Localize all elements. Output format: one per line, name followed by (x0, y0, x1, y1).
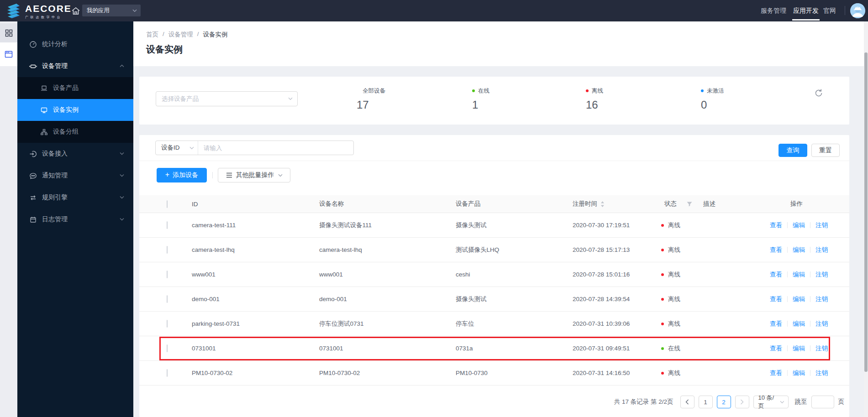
inactive-dot (701, 89, 704, 92)
action-link[interactable]: 注销 (815, 221, 828, 229)
add-device-button[interactable]: + 添加设备 (157, 168, 207, 182)
cell-register-time: 2020-07-28 14:39:54 (573, 296, 661, 302)
sort-icon[interactable] (600, 201, 605, 207)
menu-icon (226, 172, 232, 178)
aecore-logo[interactable]: AECORE 广联达数字中台 (5, 2, 72, 20)
rule-swap-icon (29, 194, 37, 202)
avatar[interactable] (850, 3, 865, 18)
action-divider (810, 247, 810, 253)
jump-to-label: 跳至 (795, 398, 807, 406)
action-link[interactable]: 注销 (815, 320, 828, 328)
page-size-select[interactable]: 10 条/页 (753, 396, 789, 408)
action-divider (787, 296, 788, 302)
app-rail (0, 21, 17, 417)
logo-text: AECORE (25, 3, 72, 14)
action-link[interactable]: 编辑 (793, 271, 805, 279)
chevron-left-icon (685, 399, 689, 405)
jump-page-input[interactable] (811, 396, 834, 408)
action-link[interactable]: 编辑 (793, 369, 805, 377)
action-link[interactable]: 注销 (815, 246, 828, 254)
refresh-icon[interactable] (814, 88, 824, 98)
page-2-button[interactable]: 2 (717, 396, 731, 408)
chevron-down-icon (780, 401, 784, 404)
search-input[interactable] (198, 141, 353, 155)
action-divider (787, 271, 788, 277)
device-table-card: 设备ID 查询 重置 + 添加设备 其他批量操作 (139, 135, 849, 417)
breadcrumb-device-management[interactable]: 设备管理 (168, 31, 193, 39)
search-field-select[interactable]: 设备ID (156, 141, 198, 155)
action-link[interactable]: 查看 (770, 344, 782, 353)
page-header: 首页 / 设备管理 / 设备实例 设备实例 (133, 21, 864, 66)
scrollbar-thumb[interactable] (864, 52, 868, 372)
login-icon (29, 150, 37, 158)
nav-service-management[interactable]: 服务管理 (761, 0, 786, 21)
cell-actions: 查看编辑注销 (770, 320, 849, 328)
row-checkbox[interactable] (167, 246, 168, 254)
breadcrumb-separator: / (197, 31, 199, 39)
sidebar-item-device-group[interactable]: 设备分组 (17, 121, 133, 143)
cell-register-time: 2020-07-31 09:49:51 (573, 345, 661, 352)
logo-icon (5, 2, 22, 19)
action-link[interactable]: 注销 (815, 369, 828, 377)
action-link[interactable]: 编辑 (793, 221, 805, 229)
status-text: 离线 (668, 369, 680, 377)
action-link[interactable]: 查看 (770, 271, 782, 279)
action-link[interactable]: 查看 (770, 221, 782, 229)
table-body: camera-test-111摄像头测试设备111摄像头测试2020-07-30… (139, 213, 849, 386)
row-checkbox[interactable] (167, 344, 168, 352)
sidebar-item-device-product[interactable]: 设备产品 (17, 77, 133, 99)
action-link[interactable]: 编辑 (793, 295, 805, 303)
batch-operations-button[interactable]: 其他批量操作 (218, 168, 290, 182)
product-select[interactable]: 选择设备产品 (156, 91, 298, 106)
sidebar-item-log-management[interactable]: 日志管理 (17, 208, 133, 230)
prev-page-button[interactable] (680, 396, 694, 408)
cell-status: 离线 (661, 246, 703, 254)
app-select[interactable]: 我的应用 (82, 5, 141, 16)
breadcrumb: 首页 / 设备管理 / 设备实例 (146, 31, 228, 39)
action-link[interactable]: 查看 (770, 369, 782, 377)
sidebar-item-device-management[interactable]: 设备管理 (17, 55, 133, 77)
row-checkbox[interactable] (167, 369, 168, 377)
row-checkbox[interactable] (167, 221, 168, 229)
breadcrumb-home[interactable]: 首页 (146, 31, 158, 39)
row-checkbox[interactable] (167, 271, 168, 278)
sidebar-item-notification-management[interactable]: 通知管理 (17, 165, 133, 187)
reset-button[interactable]: 重置 (811, 144, 840, 157)
page-title: 设备实例 (146, 43, 183, 56)
action-link[interactable]: 编辑 (793, 320, 805, 328)
topbar-divider (845, 6, 845, 15)
rail-app-grid-button[interactable] (0, 23, 17, 42)
nav-official-site[interactable]: 官网 (823, 0, 836, 21)
action-link[interactable]: 查看 (770, 246, 782, 254)
row-checkbox[interactable] (167, 320, 168, 328)
page-1-button[interactable]: 1 (699, 396, 713, 408)
filter-icon[interactable] (687, 202, 692, 207)
row-checkbox[interactable] (167, 295, 168, 303)
action-link[interactable]: 编辑 (793, 246, 805, 254)
gauge-icon (29, 41, 37, 48)
select-all-checkbox[interactable] (167, 200, 168, 208)
home-icon[interactable] (71, 6, 81, 16)
action-link[interactable]: 编辑 (793, 344, 805, 353)
action-divider (810, 321, 810, 327)
action-divider (787, 370, 788, 376)
chevron-up-icon (120, 64, 124, 68)
action-link[interactable]: 查看 (770, 320, 782, 328)
cell-status: 离线 (661, 271, 703, 279)
action-link[interactable]: 查看 (770, 295, 782, 303)
action-link[interactable]: 注销 (815, 271, 828, 279)
scrollbar-track[interactable] (864, 21, 868, 417)
sidebar-item-rule-engine[interactable]: 规则引擎 (17, 187, 133, 208)
breadcrumb-device-instance: 设备实例 (203, 31, 228, 39)
nav-app-development[interactable]: 应用开发 (793, 0, 819, 21)
action-link[interactable]: 注销 (815, 295, 828, 303)
sidebar-item-device-instance[interactable]: 设备实例 (17, 99, 133, 121)
search-button[interactable]: 查询 (779, 144, 807, 157)
next-page-button[interactable] (735, 396, 749, 408)
sidebar-item-device-access[interactable]: 设备接入 (17, 143, 133, 165)
sidebar-item-statistics[interactable]: 统计分析 (17, 33, 133, 55)
rail-current-app-button[interactable] (0, 42, 17, 66)
stat-inactive: 未激活 0 (701, 87, 724, 111)
offline-dot (586, 89, 589, 92)
action-link[interactable]: 注销 (815, 344, 828, 353)
